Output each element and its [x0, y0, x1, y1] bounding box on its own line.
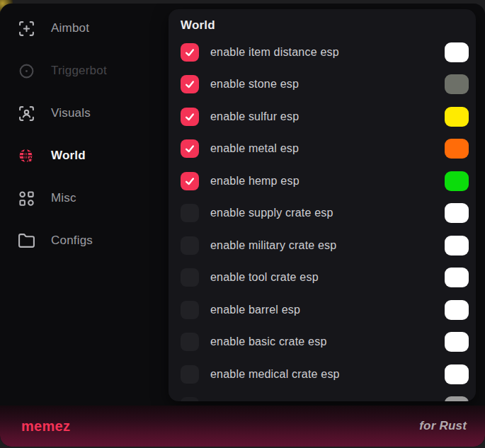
esp-option-label: enable supply crate esp — [210, 207, 445, 219]
esp-color-swatch[interactable] — [445, 171, 469, 191]
esp-checkbox[interactable] — [181, 236, 199, 255]
esp-color-swatch[interactable] — [445, 139, 469, 159]
esp-option-row: enable military crate esp — [181, 229, 469, 262]
configs-folder-icon — [17, 231, 35, 250]
esp-checkbox[interactable] — [181, 172, 199, 190]
check-icon — [184, 47, 195, 58]
triggerbot-circle-dot-icon — [17, 62, 35, 80]
esp-color-swatch[interactable] — [445, 268, 469, 287]
sidebar-item[interactable]: Misc — [0, 177, 169, 219]
esp-checkbox[interactable] — [181, 333, 199, 351]
esp-option-label: enable basic crate esp — [210, 335, 445, 348]
esp-option-row: enable sulfur esp — [181, 100, 469, 133]
esp-checkbox[interactable] — [181, 204, 199, 222]
esp-color-swatch[interactable] — [445, 236, 469, 255]
sidebar-item-label: World — [51, 149, 86, 163]
esp-option-row: enable basic crate esp — [181, 326, 469, 359]
sidebar-item[interactable]: Visuals — [0, 92, 169, 134]
esp-checkbox[interactable] — [181, 139, 199, 158]
sidebar-item-label: Aimbot — [51, 21, 89, 35]
esp-option-row: enable stone esp — [181, 69, 469, 101]
visuals-user-scan-icon — [17, 104, 35, 122]
esp-color-swatch[interactable] — [445, 332, 469, 352]
esp-option-label: enable medical crate esp — [210, 368, 445, 381]
check-icon — [184, 111, 195, 122]
sidebar: Aimbot Triggerbot Visuals World — [0, 4, 169, 406]
misc-shapes-grid-icon — [17, 189, 35, 207]
esp-checkbox[interactable] — [181, 108, 199, 126]
world-globe-star-icon — [17, 147, 35, 165]
check-icon — [184, 143, 195, 154]
footer-bar: memez for Rust — [0, 406, 485, 447]
esp-option-label: enable item distance esp — [210, 46, 445, 59]
esp-checkbox[interactable] — [181, 397, 199, 401]
esp-option-row: enable metal esp — [181, 133, 469, 166]
esp-checkbox[interactable] — [181, 75, 199, 93]
esp-checkbox[interactable] — [181, 365, 199, 384]
sidebar-item-label: Triggerbot — [51, 64, 107, 78]
esp-option-label: enable tool crate esp — [210, 271, 445, 284]
esp-option-row-partial — [181, 391, 469, 402]
esp-option-label: enable metal esp — [210, 142, 445, 155]
esp-color-swatch[interactable] — [445, 42, 469, 62]
esp-option-label: enable barrel esp — [210, 304, 445, 316]
esp-color-swatch[interactable] — [445, 203, 469, 223]
esp-color-swatch[interactable] — [445, 107, 469, 127]
brand-tagline: for Rust — [419, 419, 467, 433]
esp-option-label: enable military crate esp — [210, 239, 445, 252]
esp-option-row: enable hemp esp — [181, 165, 469, 197]
sidebar-item-label: Visuals — [51, 106, 91, 120]
sidebar-item-label: Misc — [51, 191, 76, 205]
esp-option-label: enable stone esp — [210, 78, 445, 91]
cheat-menu-window: Aimbot Triggerbot Visuals World — [0, 4, 485, 447]
esp-option-row: enable supply crate esp — [181, 197, 469, 230]
world-settings-panel: World enable item distance esp — [169, 9, 476, 401]
esp-checkbox[interactable] — [181, 301, 199, 319]
esp-option-label: enable sulfur esp — [210, 110, 445, 123]
brand-name: memez — [21, 418, 70, 435]
esp-checkbox[interactable] — [181, 43, 199, 62]
esp-option-row: enable item distance esp — [181, 36, 469, 69]
esp-option-label: enable hemp esp — [210, 175, 445, 188]
sidebar-item[interactable]: World — [0, 134, 169, 177]
esp-color-swatch[interactable] — [445, 300, 469, 320]
sidebar-item[interactable]: Triggerbot — [0, 50, 169, 92]
esp-options-list: enable item distance esp enable stone es… — [181, 36, 469, 391]
panel-title: World — [181, 18, 469, 36]
esp-option-row: enable barrel esp — [181, 294, 469, 326]
sidebar-item[interactable]: Configs — [0, 219, 169, 262]
esp-option-row: enable medical crate esp — [181, 358, 469, 391]
esp-color-swatch[interactable] — [445, 74, 469, 94]
esp-option-row: enable tool crate esp — [181, 262, 469, 294]
sidebar-item-label: Configs — [51, 234, 93, 248]
esp-color-swatch[interactable] — [445, 364, 469, 384]
check-icon — [184, 79, 195, 90]
esp-color-swatch[interactable] — [445, 396, 469, 401]
check-icon — [184, 176, 195, 187]
esp-checkbox[interactable] — [181, 268, 199, 287]
sidebar-item[interactable]: Aimbot — [0, 7, 169, 50]
aimbot-crosshair-icon — [17, 19, 35, 38]
